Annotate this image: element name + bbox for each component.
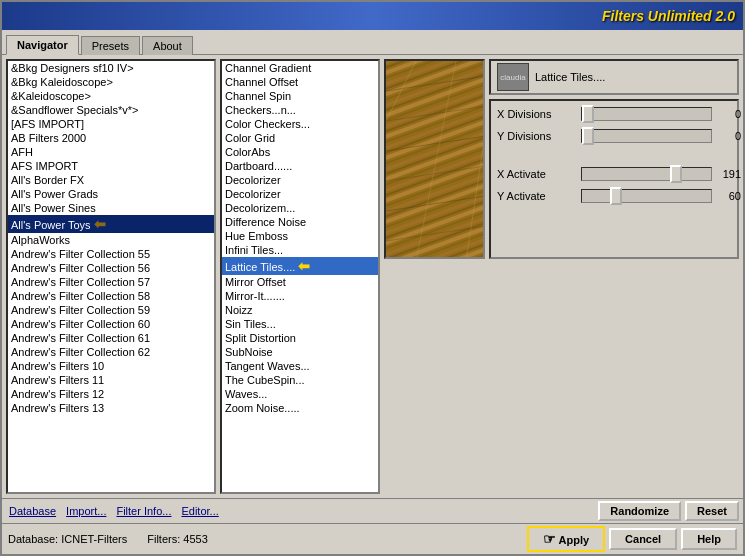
import-link[interactable]: Import... — [63, 504, 109, 518]
list-item[interactable]: Sin Tiles... — [222, 317, 378, 331]
hand-icon: ☞ — [543, 531, 556, 547]
param-row-y-activate: Y Activate 60 — [497, 189, 731, 203]
database-label: Database: — [8, 533, 58, 545]
list-item[interactable]: Andrew's Filter Collection 58 — [8, 289, 214, 303]
list-item[interactable]: Mirror Offset — [222, 275, 378, 289]
filter-list[interactable]: Channel Gradient Channel Offset Channel … — [220, 59, 380, 494]
title-bar: Filters Unlimited 2.0 — [2, 2, 743, 30]
list-item[interactable]: Tangent Waves... — [222, 359, 378, 373]
database-value: ICNET-Filters — [61, 533, 127, 545]
param-label: Y Divisions — [497, 130, 577, 142]
params-area: X Divisions 0 Y Divisions 0 — [489, 99, 739, 259]
list-item[interactable]: Andrew's Filter Collection 55 — [8, 247, 214, 261]
param-label: X Activate — [497, 168, 577, 180]
svg-rect-6 — [386, 61, 483, 257]
list-item[interactable]: Noizz — [222, 303, 378, 317]
param-row-y-divisions: Y Divisions 0 — [497, 129, 731, 143]
tab-presets[interactable]: Presets — [81, 36, 140, 55]
param-row-x-activate: X Activate 191 — [497, 167, 731, 181]
y-activate-slider[interactable] — [581, 189, 712, 203]
x-divisions-slider[interactable] — [581, 107, 712, 121]
filter-label-box: claudia Lattice Tiles.... — [489, 59, 739, 95]
list-item[interactable]: Dartboard...... — [222, 159, 378, 173]
list-item[interactable]: Channel Gradient — [222, 61, 378, 75]
app-title: Filters Unlimited 2.0 — [602, 8, 735, 24]
list-item[interactable]: &Kaleidoscope> — [8, 89, 214, 103]
list-item[interactable]: Andrew's Filter Collection 57 — [8, 275, 214, 289]
cancel-button[interactable]: Cancel — [609, 528, 677, 550]
list-item[interactable]: All's Power Grads — [8, 187, 214, 201]
list-item[interactable]: SubNoise — [222, 345, 378, 359]
list-item[interactable]: Andrew's Filter Collection 56 — [8, 261, 214, 275]
main-content: &Bkg Designers sf10 IV> &Bkg Kaleidoscop… — [2, 55, 743, 498]
list-item[interactable]: Waves... — [222, 387, 378, 401]
list-item[interactable]: [AFS IMPORT] — [8, 117, 214, 131]
list-item[interactable]: Infini Tiles... — [222, 243, 378, 257]
list-item[interactable]: Channel Offset — [222, 75, 378, 89]
main-window: Filters Unlimited 2.0 Navigator Presets … — [0, 0, 745, 556]
list-item[interactable]: Andrew's Filter Collection 62 — [8, 345, 214, 359]
list-item[interactable]: AFH — [8, 145, 214, 159]
filters-value: 4553 — [183, 533, 207, 545]
x-activate-slider[interactable] — [581, 167, 712, 181]
preview-image — [384, 59, 485, 259]
list-item[interactable]: Andrew's Filters 13 — [8, 401, 214, 415]
y-divisions-slider[interactable] — [581, 129, 712, 143]
editor-link[interactable]: Editor... — [178, 504, 221, 518]
list-item[interactable]: Andrew's Filter Collection 61 — [8, 331, 214, 345]
list-item[interactable]: Andrew's Filters 11 — [8, 373, 214, 387]
randomize-button[interactable]: Randomize — [598, 501, 681, 521]
list-item[interactable]: &Bkg Designers sf10 IV> — [8, 61, 214, 75]
list-item[interactable]: AFS IMPORT — [8, 159, 214, 173]
list-item[interactable]: Difference Noise — [222, 215, 378, 229]
category-list[interactable]: &Bkg Designers sf10 IV> &Bkg Kaleidoscop… — [6, 59, 216, 494]
list-item[interactable]: ColorAbs — [222, 145, 378, 159]
param-row-x-divisions: X Divisions 0 — [497, 107, 731, 121]
filters-status: Filters: 4553 — [147, 533, 208, 545]
list-item[interactable]: Andrew's Filter Collection 59 — [8, 303, 214, 317]
param-slider-area — [581, 189, 712, 203]
list-item[interactable]: Decolorizer — [222, 187, 378, 201]
reset-button[interactable]: Reset — [685, 501, 739, 521]
param-label: Y Activate — [497, 190, 577, 202]
list-item[interactable]: &Sandflower Specials*v*> — [8, 103, 214, 117]
list-item[interactable]: Split Distortion — [222, 331, 378, 345]
y-divisions-value: 0 — [716, 130, 741, 142]
list-item[interactable]: Color Grid — [222, 131, 378, 145]
action-bar: Database Import... Filter Info... Editor… — [2, 498, 743, 523]
preview-area: claudia Lattice Tiles.... X Divisions 0 — [384, 59, 739, 259]
param-slider-area — [581, 167, 712, 181]
list-container: &Bkg Designers sf10 IV> &Bkg Kaleidoscop… — [6, 59, 216, 494]
list-item[interactable]: Andrew's Filters 10 — [8, 359, 214, 373]
list-item[interactable]: The CubeSpin... — [222, 373, 378, 387]
list-item[interactable]: Andrew's Filters 12 — [8, 387, 214, 401]
list-item[interactable]: AlphaWorks — [8, 233, 214, 247]
list-item[interactable]: Color Checkers... — [222, 117, 378, 131]
list-item[interactable]: Decolorizer — [222, 173, 378, 187]
filters-label: Filters: — [147, 533, 180, 545]
list-item[interactable]: Zoom Noise..... — [222, 401, 378, 415]
apply-button[interactable]: ☞Apply — [527, 526, 606, 552]
list-item[interactable]: Channel Spin — [222, 89, 378, 103]
x-activate-value: 191 — [716, 168, 741, 180]
list-item[interactable]: All's Border FX — [8, 173, 214, 187]
list-item[interactable]: Andrew's Filter Collection 60 — [8, 317, 214, 331]
database-link[interactable]: Database — [6, 504, 59, 518]
list-item[interactable]: Mirror-It....... — [222, 289, 378, 303]
list-item-selected[interactable]: Lattice Tiles.... ⬅ — [222, 257, 378, 275]
list-item[interactable]: Checkers...n... — [222, 103, 378, 117]
apply-area: ☞Apply Cancel Help — [527, 526, 737, 552]
filter-info-link[interactable]: Filter Info... — [113, 504, 174, 518]
tab-navigator[interactable]: Navigator — [6, 35, 79, 55]
list-item[interactable]: AB Filters 2000 — [8, 131, 214, 145]
help-button[interactable]: Help — [681, 528, 737, 550]
list-item[interactable]: Hue Emboss — [222, 229, 378, 243]
list-item[interactable]: &Bkg Kaleidoscope> — [8, 75, 214, 89]
filter-list-panel: Channel Gradient Channel Offset Channel … — [220, 59, 380, 494]
list-item[interactable]: All's Power Sines — [8, 201, 214, 215]
tab-bar: Navigator Presets About — [2, 30, 743, 55]
list-item[interactable]: Decolorizem... — [222, 201, 378, 215]
list-item-selected[interactable]: All's Power Toys ⬅ — [8, 215, 214, 233]
tab-about[interactable]: About — [142, 36, 193, 55]
controls-panel: claudia Lattice Tiles.... X Divisions 0 — [489, 59, 739, 259]
